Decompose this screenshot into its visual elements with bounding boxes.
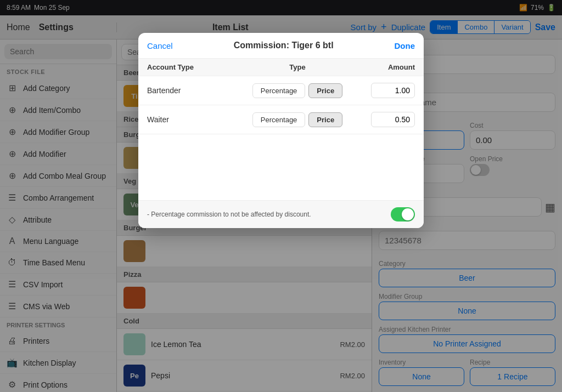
type-selector-bartender: Percentage Price: [235, 83, 360, 98]
amount-col-bartender: [360, 83, 415, 98]
col-header-amount: Amount: [360, 63, 415, 71]
type-percentage-waiter[interactable]: Percentage: [252, 112, 306, 127]
modal-table-header: Account Type Type Amount: [138, 59, 424, 76]
commission-modal: Cancel Commission: Tiger 6 btl Done Acco…: [138, 33, 424, 228]
modal-title: Commission: Tiger 6 btl: [234, 41, 334, 50]
amount-input-bartender[interactable]: [371, 83, 415, 98]
type-percentage-bartender[interactable]: Percentage: [252, 83, 306, 98]
modal-footer: - Percentage commission to not be affect…: [138, 200, 424, 228]
commission-toggle[interactable]: [391, 207, 415, 221]
amount-input-waiter[interactable]: [371, 112, 415, 127]
col-header-type: Type: [235, 63, 360, 71]
amount-col-waiter: [360, 112, 415, 127]
account-waiter: Waiter: [147, 115, 235, 124]
type-price-bartender[interactable]: Price: [308, 83, 342, 98]
type-price-waiter[interactable]: Price: [308, 112, 342, 127]
col-header-account: Account Type: [147, 63, 235, 71]
modal-overlay[interactable]: Cancel Commission: Tiger 6 btl Done Acco…: [0, 0, 562, 392]
modal-empty-space: [138, 134, 424, 200]
commission-row-waiter: Waiter Percentage Price: [138, 105, 424, 134]
modal-footer-text: - Percentage commission to not be affect…: [147, 211, 391, 218]
commission-row-bartender: Bartender Percentage Price: [138, 76, 424, 105]
modal-cancel-button[interactable]: Cancel: [147, 41, 173, 50]
modal-done-button[interactable]: Done: [395, 41, 415, 50]
modal-header: Cancel Commission: Tiger 6 btl Done: [138, 33, 424, 59]
type-selector-waiter: Percentage Price: [235, 112, 360, 127]
account-bartender: Bartender: [147, 86, 235, 95]
